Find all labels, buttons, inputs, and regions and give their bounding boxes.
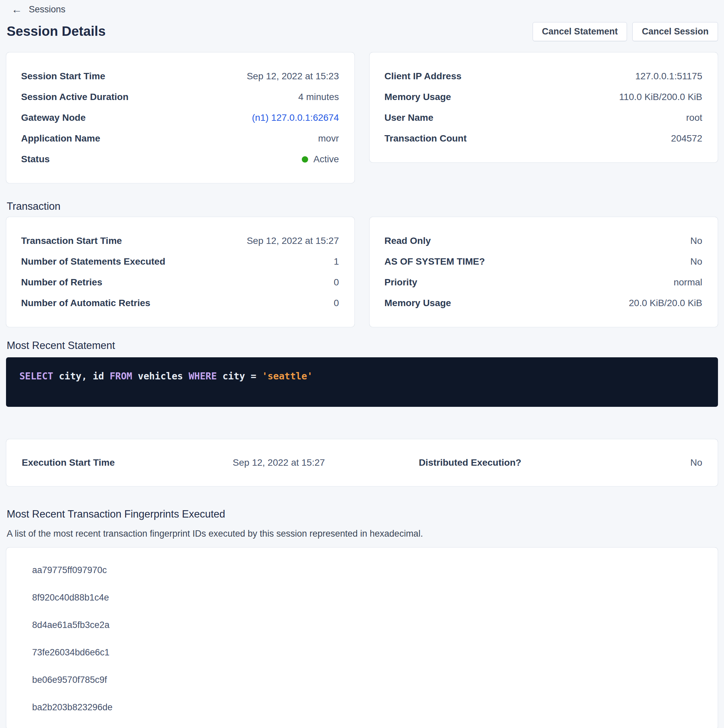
summary-row-label: Number of Automatic Retries <box>21 298 150 309</box>
summary-row-label: User Name <box>384 112 433 123</box>
transaction-cards-row: Transaction Start TimeSep 12, 2022 at 15… <box>6 217 718 327</box>
status-active-dot-icon <box>302 156 308 163</box>
transaction-card-left: Transaction Start TimeSep 12, 2022 at 15… <box>6 217 355 327</box>
summary-row-label: Session Active Duration <box>21 92 129 102</box>
session-summary-card-right: Client IP Address127.0.0.1:51175Memory U… <box>369 52 718 163</box>
summary-row-label: AS OF SYSTEM TIME? <box>384 256 485 267</box>
fingerprint-list-item: 8d4ae61a5fb3ce2a <box>32 611 702 639</box>
header-buttons: Cancel Statement Cancel Session <box>533 21 718 41</box>
summary-row: Read OnlyNo <box>384 231 702 251</box>
summary-row-label: Number of Statements Executed <box>21 256 165 267</box>
summary-row: Session Active Duration4 minutes <box>21 87 339 107</box>
arrow-left-icon: ← <box>11 4 22 15</box>
execution-row: Execution Start Time Sep 12, 2022 at 15:… <box>22 453 702 472</box>
page-title: Session Details <box>6 21 106 41</box>
summary-row-value: 127.0.0.1:51175 <box>635 71 702 82</box>
summary-row-value: movr <box>318 133 339 144</box>
summary-row: Number of Retries0 <box>21 272 339 293</box>
summary-row-value: root <box>686 112 702 123</box>
summary-row: StatusActive <box>21 149 339 170</box>
summary-row-value: 110.0 KiB/200.0 KiB <box>619 92 702 102</box>
sql-token-kw: SELECT <box>19 371 53 382</box>
summary-row-value: 204572 <box>671 133 702 144</box>
sql-token-id: vehicles <box>132 371 189 382</box>
summary-row-label: Memory Usage <box>384 92 451 102</box>
summary-row-label: Transaction Count <box>384 133 467 144</box>
fingerprints-description: A list of the most recent transaction fi… <box>7 528 718 539</box>
sql-token-id: city, id <box>53 371 110 382</box>
summary-row: Session Start TimeSep 12, 2022 at 15:23 <box>21 66 339 87</box>
gateway-node-link[interactable]: (n1) 127.0.0.1:62674 <box>252 112 339 123</box>
summary-row-label: Session Start Time <box>21 71 106 82</box>
summary-row-label: Transaction Start Time <box>21 236 122 246</box>
page-header: Session Details Cancel Statement Cancel … <box>6 21 718 41</box>
summary-row-label: Memory Usage <box>384 298 451 309</box>
summary-row-label: Status <box>21 154 50 165</box>
fingerprint-list-item: aa79775ff097970c <box>32 557 702 584</box>
breadcrumb-label: Sessions <box>29 5 66 15</box>
sql-statement: SELECT city, id FROM vehicles WHERE city… <box>19 371 705 382</box>
transaction-section-heading: Transaction <box>7 200 718 213</box>
summary-row: Memory Usage110.0 KiB/200.0 KiB <box>384 87 702 107</box>
summary-row-value: Active <box>302 154 339 165</box>
summary-row-label: Application Name <box>21 133 100 144</box>
summary-row-label: Client IP Address <box>384 71 461 82</box>
distributed-execution-label: Distributed Execution? <box>355 457 521 468</box>
fingerprint-list-item: be06e9570f785c9f <box>32 666 702 694</box>
breadcrumb: ← Sessions <box>6 3 718 16</box>
summary-row-value: No <box>690 236 702 246</box>
summary-row-label: Number of Retries <box>21 277 103 288</box>
sql-token-kw: WHERE <box>189 371 217 382</box>
summary-row-label: Gateway Node <box>21 112 86 123</box>
transaction-card-right: Read OnlyNoAS OF SYSTEM TIME?NoPriorityn… <box>369 217 718 327</box>
summary-row-label: Read Only <box>384 236 430 246</box>
fingerprint-list-item: 73fe26034bd6e6c1 <box>32 639 702 666</box>
summary-row-label: Priority <box>384 277 417 288</box>
summary-row-value: 1 <box>334 256 339 267</box>
sql-statement-box: SELECT city, id FROM vehicles WHERE city… <box>6 357 718 407</box>
summary-row: Prioritynormal <box>384 272 702 293</box>
summary-row-value: 0 <box>334 298 339 309</box>
execution-card: Execution Start Time Sep 12, 2022 at 15:… <box>6 439 718 486</box>
distributed-execution-value: No <box>690 457 702 468</box>
summary-row-value: normal <box>673 277 702 288</box>
summary-row-value: 0 <box>334 277 339 288</box>
summary-row: Client IP Address127.0.0.1:51175 <box>384 66 702 87</box>
summary-row: Application Namemovr <box>21 128 339 149</box>
session-summary-row: Session Start TimeSep 12, 2022 at 15:23S… <box>6 52 718 184</box>
fingerprints-heading: Most Recent Transaction Fingerprints Exe… <box>7 508 718 521</box>
summary-row-value: (n1) 127.0.0.1:62674 <box>252 112 339 123</box>
summary-row: Transaction Start TimeSep 12, 2022 at 15… <box>21 231 339 251</box>
fingerprints-card: aa79775ff097970c8f920c40d88b1c4e8d4ae61a… <box>6 548 718 728</box>
sql-token-str: 'seattle' <box>262 371 313 382</box>
cancel-session-button[interactable]: Cancel Session <box>632 22 718 41</box>
summary-row: User Nameroot <box>384 107 702 128</box>
session-details-page: ← Sessions Session Details Cancel Statem… <box>0 0 724 728</box>
summary-row: Number of Automatic Retries0 <box>21 293 339 314</box>
summary-row-value: 20.0 KiB/20.0 KiB <box>629 298 702 309</box>
back-to-sessions-link[interactable]: ← Sessions <box>11 4 66 15</box>
summary-row-value: No <box>690 256 702 267</box>
summary-row-value: 4 minutes <box>298 92 339 102</box>
summary-row-value: Sep 12, 2022 at 15:27 <box>246 236 339 246</box>
fingerprint-list-item: ba2b203b823296de <box>32 694 702 721</box>
summary-row: Gateway Node(n1) 127.0.0.1:62674 <box>21 107 339 128</box>
summary-row: Number of Statements Executed1 <box>21 251 339 272</box>
sql-token-kw: FROM <box>110 371 132 382</box>
fingerprint-list-item: 8f920c40d88b1c4e <box>32 584 702 611</box>
session-summary-card-left: Session Start TimeSep 12, 2022 at 15:23S… <box>6 52 355 184</box>
summary-row: AS OF SYSTEM TIME?No <box>384 251 702 272</box>
summary-row-value: Sep 12, 2022 at 15:23 <box>246 71 339 82</box>
cancel-statement-button[interactable]: Cancel Statement <box>533 22 627 41</box>
status-badge: Active <box>314 154 339 164</box>
most-recent-statement-heading: Most Recent Statement <box>7 339 718 352</box>
execution-start-time-label: Execution Start Time <box>22 457 233 468</box>
summary-row: Transaction Count204572 <box>384 128 702 149</box>
execution-start-time-value: Sep 12, 2022 at 15:27 <box>233 457 355 468</box>
summary-row: Memory Usage20.0 KiB/20.0 KiB <box>384 293 702 314</box>
sql-token-id: city = <box>217 371 262 382</box>
